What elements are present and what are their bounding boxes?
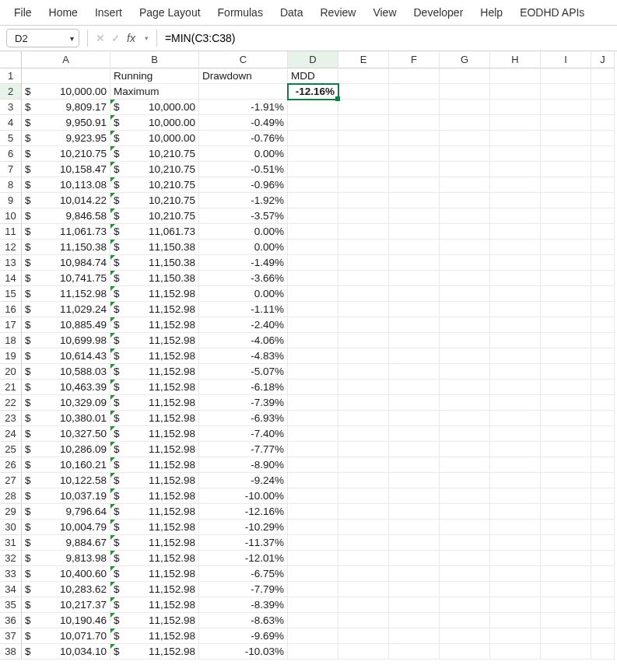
cell-G38[interactable] bbox=[440, 644, 490, 660]
cell-G22[interactable] bbox=[440, 395, 490, 411]
cell-F31[interactable] bbox=[389, 535, 440, 551]
cell-D23[interactable] bbox=[288, 411, 338, 426]
cell-D38[interactable] bbox=[288, 644, 338, 660]
cell-G31[interactable] bbox=[440, 535, 490, 551]
cell-A24[interactable]: $10,327.50 bbox=[22, 426, 110, 442]
cell-C37[interactable]: -9.69% bbox=[199, 628, 288, 644]
cell-A1[interactable] bbox=[22, 68, 110, 84]
cell-A17[interactable]: $10,885.49 bbox=[22, 317, 110, 333]
cell-G29[interactable] bbox=[440, 504, 490, 520]
cell-A7[interactable]: $10,158.47 bbox=[22, 162, 110, 177]
cell-A5[interactable]: $9,923.95 bbox=[22, 131, 110, 146]
name-box[interactable]: D2 ▾ bbox=[6, 29, 79, 47]
cell-C18[interactable]: -4.06% bbox=[199, 333, 288, 348]
cell-C16[interactable]: -1.11% bbox=[199, 302, 288, 317]
cell-I4[interactable] bbox=[541, 115, 591, 131]
cell-F8[interactable] bbox=[389, 177, 440, 193]
row-header[interactable]: 27 bbox=[0, 473, 22, 488]
cell-A27[interactable]: $10,122.58 bbox=[22, 473, 110, 488]
cell-I2[interactable] bbox=[541, 84, 591, 100]
cell-C26[interactable]: -8.90% bbox=[199, 457, 288, 473]
cell-C12[interactable]: 0.00% bbox=[199, 240, 288, 255]
cell-I29[interactable] bbox=[541, 504, 591, 520]
cell-E14[interactable] bbox=[338, 271, 389, 286]
cell-A23[interactable]: $10,380.01 bbox=[22, 411, 110, 426]
cell-D2[interactable]: -12.16% bbox=[288, 84, 338, 100]
cell-B19[interactable]: $11,152.98 bbox=[110, 348, 199, 364]
cell-E2[interactable] bbox=[338, 84, 389, 100]
row-header[interactable]: 33 bbox=[0, 566, 22, 582]
cell-H19[interactable] bbox=[490, 348, 541, 364]
cell-J35[interactable] bbox=[591, 597, 615, 613]
cell-E4[interactable] bbox=[338, 115, 389, 131]
cell-I18[interactable] bbox=[541, 333, 591, 348]
cell-I10[interactable] bbox=[541, 208, 591, 224]
row-header[interactable]: 12 bbox=[0, 240, 22, 255]
cell-E10[interactable] bbox=[338, 208, 389, 224]
cell-F16[interactable] bbox=[389, 302, 440, 317]
cell-F35[interactable] bbox=[389, 597, 440, 613]
cell-D28[interactable] bbox=[288, 488, 338, 504]
cell-J18[interactable] bbox=[591, 333, 615, 348]
cell-H27[interactable] bbox=[490, 473, 541, 488]
cell-F27[interactable] bbox=[389, 473, 440, 488]
cell-E16[interactable] bbox=[338, 302, 389, 317]
cell-B35[interactable]: $11,152.98 bbox=[110, 597, 199, 613]
cell-J24[interactable] bbox=[591, 426, 615, 442]
cell-D11[interactable] bbox=[288, 224, 338, 240]
cell-J15[interactable] bbox=[591, 286, 615, 302]
cell-F7[interactable] bbox=[389, 162, 440, 177]
cell-E3[interactable] bbox=[338, 100, 389, 115]
cell-D15[interactable] bbox=[288, 286, 338, 302]
cell-I34[interactable] bbox=[541, 582, 591, 597]
cell-B9[interactable]: $10,210.75 bbox=[110, 193, 199, 208]
cell-H30[interactable] bbox=[490, 520, 541, 535]
cell-B23[interactable]: $11,152.98 bbox=[110, 411, 199, 426]
cell-F3[interactable] bbox=[389, 100, 440, 115]
row-header[interactable]: 13 bbox=[0, 255, 22, 271]
cell-H14[interactable] bbox=[490, 271, 541, 286]
cell-C34[interactable]: -7.79% bbox=[199, 582, 288, 597]
cell-C8[interactable]: -0.96% bbox=[199, 177, 288, 193]
cell-F36[interactable] bbox=[389, 613, 440, 628]
cell-B27[interactable]: $11,152.98 bbox=[110, 473, 199, 488]
cell-B4[interactable]: $10,000.00 bbox=[110, 115, 199, 131]
cell-D25[interactable] bbox=[288, 442, 338, 457]
cell-H1[interactable] bbox=[490, 68, 541, 84]
cell-G15[interactable] bbox=[440, 286, 490, 302]
cell-B5[interactable]: $10,000.00 bbox=[110, 131, 199, 146]
cell-G33[interactable] bbox=[440, 566, 490, 582]
cell-B38[interactable]: $11,152.98 bbox=[110, 644, 199, 660]
cell-A37[interactable]: $10,071.70 bbox=[22, 628, 110, 644]
cell-F21[interactable] bbox=[389, 380, 440, 395]
cell-B31[interactable]: $11,152.98 bbox=[110, 535, 199, 551]
row-header[interactable]: 26 bbox=[0, 457, 22, 473]
cell-F19[interactable] bbox=[389, 348, 440, 364]
cell-C29[interactable]: -12.16% bbox=[199, 504, 288, 520]
cell-C28[interactable]: -10.00% bbox=[199, 488, 288, 504]
cell-I38[interactable] bbox=[541, 644, 591, 660]
cell-D37[interactable] bbox=[288, 628, 338, 644]
cell-D13[interactable] bbox=[288, 255, 338, 271]
cell-F11[interactable] bbox=[389, 224, 440, 240]
cell-E9[interactable] bbox=[338, 193, 389, 208]
cell-I13[interactable] bbox=[541, 255, 591, 271]
cell-I12[interactable] bbox=[541, 240, 591, 255]
cell-E32[interactable] bbox=[338, 551, 389, 566]
column-header-E[interactable]: E bbox=[338, 51, 389, 68]
cell-G3[interactable] bbox=[440, 100, 490, 115]
cell-D35[interactable] bbox=[288, 597, 338, 613]
cell-C24[interactable]: -7.40% bbox=[199, 426, 288, 442]
cell-E18[interactable] bbox=[338, 333, 389, 348]
row-header[interactable]: 37 bbox=[0, 628, 22, 644]
cell-J20[interactable] bbox=[591, 364, 615, 380]
cell-G35[interactable] bbox=[440, 597, 490, 613]
cell-E29[interactable] bbox=[338, 504, 389, 520]
row-header[interactable]: 28 bbox=[0, 488, 22, 504]
chevron-down-icon[interactable]: ▾ bbox=[145, 34, 149, 42]
cell-B7[interactable]: $10,210.75 bbox=[110, 162, 199, 177]
row-header[interactable]: 4 bbox=[0, 115, 22, 131]
cell-E36[interactable] bbox=[338, 613, 389, 628]
cell-D33[interactable] bbox=[288, 566, 338, 582]
cell-E12[interactable] bbox=[338, 240, 389, 255]
